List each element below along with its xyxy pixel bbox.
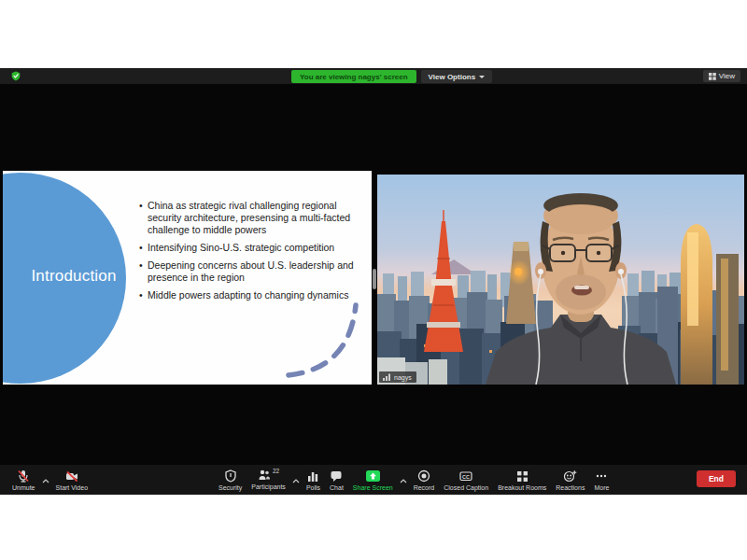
audio-options-chevron[interactable] [40, 472, 51, 482]
polls-button[interactable]: Polls [302, 465, 325, 495]
video-scene [377, 175, 744, 385]
chevron-up-icon [400, 479, 407, 483]
shield-icon [224, 469, 237, 483]
presentation-slide: Introduction •China as strategic rival c… [3, 171, 372, 385]
unmute-button[interactable]: Unmute [7, 465, 40, 495]
polls-icon [306, 469, 319, 483]
meeting-top-bar: You are viewing nagys' screen View Optio… [0, 68, 747, 84]
record-icon [417, 469, 430, 483]
connection-signal-icon [383, 373, 391, 381]
meeting-main-area: Introduction •China as strategic rival c… [0, 84, 747, 464]
security-button[interactable]: Security [214, 465, 247, 495]
participants-options-chevron[interactable] [290, 472, 302, 482]
chevron-up-icon [42, 479, 49, 483]
screen-share-status-group: You are viewing nagys' screen View Optio… [291, 70, 492, 83]
share-screen-button[interactable]: Share Screen [348, 465, 398, 495]
more-ellipsis-icon [595, 469, 608, 483]
closed-caption-icon: CC [459, 469, 472, 483]
audio-video-controls: Unmute Start Video [7, 465, 92, 495]
chat-button[interactable]: Chat [325, 465, 348, 495]
end-meeting-button[interactable]: End [697, 470, 736, 487]
polls-label: Polls [306, 484, 320, 491]
view-grid-icon [709, 73, 716, 80]
view-button-label: View [719, 72, 735, 80]
meeting-controls: Security 22 Participants P [214, 465, 613, 495]
view-options-label: View Options [429, 73, 476, 81]
chat-bubble-icon [330, 469, 343, 483]
reactions-icon [563, 469, 577, 483]
breakout-rooms-label: Breakout Rooms [498, 484, 546, 491]
participants-count: 22 [273, 468, 279, 474]
participant-video-tile[interactable]: nagys [377, 175, 744, 385]
zoom-meeting-window: You are viewing nagys' screen View Optio… [0, 68, 747, 495]
view-options-button[interactable]: View Options [421, 70, 493, 83]
record-button[interactable]: Record [409, 465, 440, 495]
viewing-screen-banner: You are viewing nagys' screen [291, 70, 416, 83]
chat-label: Chat [330, 484, 344, 491]
share-options-chevron[interactable] [398, 472, 409, 482]
more-button[interactable]: More [589, 465, 613, 495]
view-button[interactable]: View [703, 70, 740, 82]
camera-off-icon [65, 469, 78, 483]
reactions-button[interactable]: Reactions [551, 465, 589, 495]
slide-decorative-dashes [3, 171, 372, 385]
microphone-muted-icon [17, 469, 30, 483]
cc-glyph: CC [462, 473, 470, 479]
record-label: Record [414, 484, 435, 491]
participants-icon [258, 469, 271, 482]
more-label: More [594, 484, 609, 491]
closed-caption-button[interactable]: CC Closed Caption [439, 465, 493, 495]
breakout-rooms-button[interactable]: Breakout Rooms [493, 465, 551, 495]
share-screen-icon [366, 470, 380, 482]
participants-label: Participants [251, 483, 286, 490]
participant-name: nagys [394, 374, 412, 381]
chevron-up-icon [292, 479, 300, 483]
chevron-down-icon [479, 76, 485, 78]
panel-resize-handle[interactable] [373, 269, 376, 289]
participants-button[interactable]: 22 Participants [247, 465, 290, 495]
start-video-label: Start Video [56, 484, 89, 491]
meeting-toolbar: Unmute Start Video Security [0, 464, 747, 495]
security-label: Security [218, 484, 242, 491]
reactions-label: Reactions [556, 484, 585, 491]
breakout-rooms-icon [515, 469, 529, 483]
share-screen-label: Share Screen [353, 484, 393, 491]
unmute-label: Unmute [12, 484, 35, 491]
participant-name-tag: nagys [379, 371, 416, 383]
start-video-button[interactable]: Start Video [51, 465, 93, 495]
closed-caption-label: Closed Caption [444, 484, 488, 491]
encryption-shield-icon [11, 71, 21, 81]
